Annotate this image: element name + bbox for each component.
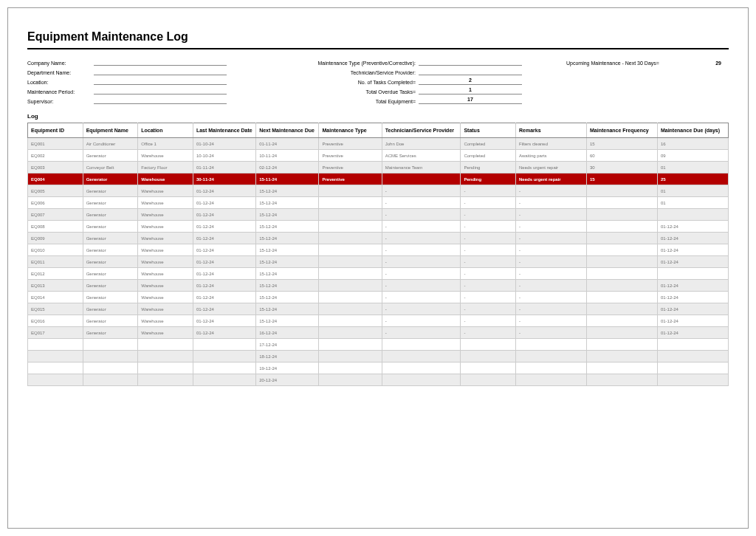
table-cell: Warehouse <box>138 173 193 185</box>
meta-mid-value[interactable]: 2 <box>419 78 522 85</box>
table-cell <box>319 197 382 209</box>
table-cell <box>586 327 657 339</box>
table-cell: 15-12-24 <box>256 185 319 197</box>
table-cell: 15-12-24 <box>256 197 319 209</box>
table-row: 19-12-24 <box>28 363 729 374</box>
table-cell: - <box>516 268 587 280</box>
table-cell: 01-12-24 <box>193 268 255 280</box>
table-cell: Warehouse <box>138 185 193 197</box>
table-cell <box>193 339 255 351</box>
meta-left-label: Location: <box>27 80 94 85</box>
meta-mid-label: Total Overdue Tasks= <box>286 89 419 95</box>
table-cell: Needs urgent repair <box>516 162 587 173</box>
table-cell <box>193 363 255 374</box>
table-cell <box>516 339 587 351</box>
table-cell: - <box>461 327 516 339</box>
table-cell: 15-12-24 <box>256 268 319 280</box>
table-row: EQ005GeneratorWarehouse01-12-2415-12-24-… <box>28 185 729 197</box>
table-cell: 15-12-24 <box>256 233 319 244</box>
table-cell: Pending <box>461 162 516 173</box>
meta-row: Location:No. of Tasks Completed=2 <box>27 78 729 85</box>
table-cell <box>586 374 657 386</box>
table-cell <box>319 363 382 374</box>
table-cell <box>319 315 382 327</box>
meta-row: Supervisor:Total Equipment=17 <box>27 97 729 104</box>
table-cell <box>657 374 728 386</box>
table-cell: 20-12-24 <box>256 374 319 386</box>
log-table-body: EQ001Air ConditionerOffice 101-10-2401-1… <box>28 138 729 386</box>
table-cell: - <box>461 244 516 256</box>
meta-left-field[interactable] <box>94 58 227 66</box>
meta-left-label: Company Name: <box>27 61 94 66</box>
table-cell: - <box>382 185 461 197</box>
table-row: EQ002GeneratorWarehouse10-10-2410-11-24P… <box>28 150 729 162</box>
meta-left-field[interactable] <box>94 68 227 75</box>
table-cell: 01-12-24 <box>193 209 255 221</box>
column-header: Technician/Service Provider <box>382 123 461 138</box>
table-cell <box>319 244 382 256</box>
table-cell: Generator <box>83 280 138 292</box>
table-cell: Warehouse <box>138 209 193 221</box>
table-cell: 01-12-24 <box>657 280 728 292</box>
table-cell: EQ014 <box>28 292 83 303</box>
log-section-label: Log <box>27 113 729 120</box>
table-cell <box>319 351 382 363</box>
table-cell: Preventive <box>319 150 382 162</box>
table-cell: EQ007 <box>28 209 83 221</box>
table-cell <box>382 374 461 386</box>
table-cell <box>586 197 657 209</box>
table-cell: 15-12-24 <box>256 280 319 292</box>
table-cell <box>83 374 138 386</box>
table-row: 20-12-24 <box>28 374 729 386</box>
table-cell <box>382 339 461 351</box>
table-cell: 01-11-24 <box>256 138 319 150</box>
table-cell: - <box>516 256 587 268</box>
table-row: EQ006GeneratorWarehouse01-12-2415-12-24-… <box>28 197 729 209</box>
table-cell: - <box>461 233 516 244</box>
meta-mid-value[interactable] <box>419 68 522 75</box>
table-cell: 01 <box>657 162 728 173</box>
meta-left-field[interactable] <box>94 78 227 85</box>
table-cell <box>586 268 657 280</box>
meta-left-field[interactable] <box>94 87 227 95</box>
table-cell: 01-12-24 <box>193 197 255 209</box>
table-row: EQ017GeneratorWarehouse01-12-2416-12-24-… <box>28 327 729 339</box>
meta-mid-value[interactable]: 17 <box>419 97 522 104</box>
table-cell <box>586 280 657 292</box>
table-cell <box>83 339 138 351</box>
table-cell: EQ005 <box>28 185 83 197</box>
table-cell: Warehouse <box>138 244 193 256</box>
table-cell <box>319 256 382 268</box>
table-cell <box>193 351 255 363</box>
column-header: Status <box>461 123 516 138</box>
meta-left-field[interactable] <box>94 97 227 104</box>
table-cell: Generator <box>83 327 138 339</box>
table-cell <box>586 244 657 256</box>
table-cell: - <box>461 292 516 303</box>
table-cell: Filters cleaned <box>516 138 587 150</box>
table-cell <box>586 303 657 315</box>
column-header: Next Maintenance Due <box>256 123 319 138</box>
table-cell <box>586 363 657 374</box>
meta-left-label: Supervisor: <box>27 99 94 104</box>
table-cell: 01-12-24 <box>193 244 255 256</box>
column-header: Location <box>138 123 193 138</box>
meta-mid-value[interactable] <box>419 58 522 66</box>
table-cell: - <box>382 315 461 327</box>
table-cell: Conveyor Belt <box>83 162 138 173</box>
table-cell <box>461 339 516 351</box>
table-cell <box>657 268 728 280</box>
table-cell: - <box>382 244 461 256</box>
table-cell <box>586 233 657 244</box>
table-cell: 01-12-24 <box>193 280 255 292</box>
table-cell: 15-12-24 <box>256 244 319 256</box>
table-cell: 25 <box>657 173 728 185</box>
table-cell <box>319 233 382 244</box>
table-cell: 01-12-24 <box>193 221 255 233</box>
table-cell <box>28 339 83 351</box>
table-cell: Preventive <box>319 162 382 173</box>
table-cell: Preventive <box>319 138 382 150</box>
table-cell <box>461 374 516 386</box>
table-cell: 01-10-24 <box>193 138 255 150</box>
meta-mid-value[interactable]: 1 <box>419 87 522 95</box>
